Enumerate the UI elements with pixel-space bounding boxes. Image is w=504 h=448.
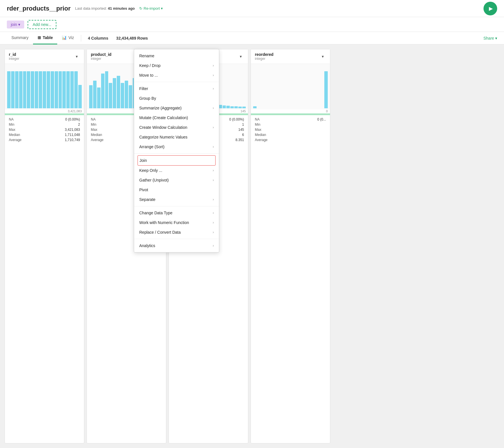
column-chart (5, 64, 84, 109)
menu-item-rename[interactable]: Rename (134, 51, 219, 61)
stat-row: Average (255, 137, 326, 142)
table-icon: ⊞ (38, 35, 41, 40)
chart-bar (47, 71, 50, 108)
menu-item-categorize-numeric-values[interactable]: Categorize Numeric Values (134, 132, 219, 142)
menu-item-label: Move to ... (139, 73, 158, 78)
menu-item-keep--drop[interactable]: Keep / Drop› (134, 61, 219, 70)
menu-item-create-window-calculation[interactable]: Create Window Calculation› (134, 123, 219, 132)
menu-item-label: Mutate (Create Calculation) (139, 115, 188, 120)
chart-bar (27, 71, 30, 108)
chart-bar (89, 85, 93, 108)
stat-label: Max (255, 128, 261, 132)
stat-label: Min (9, 123, 14, 127)
chart-bar (15, 71, 19, 108)
chart-bar (105, 71, 108, 108)
chart-bar (109, 83, 112, 108)
column-type: integer (9, 57, 19, 61)
share-button[interactable]: Share ▾ (483, 36, 497, 40)
main-content: r_idinteger▾3,421,083NA0 (0.00%)Min2Max3… (0, 44, 504, 448)
menu-divider (134, 82, 219, 82)
menu-item-label: Arrange (Sort) (139, 144, 165, 149)
menu-item-gather-unpivot[interactable]: Gather (Unpivot)› (134, 175, 219, 185)
stat-label: Average (91, 138, 103, 142)
tab-summary[interactable]: Summary (7, 32, 33, 44)
menu-item-filter[interactable]: Filter› (134, 84, 219, 93)
column-name: r_id (9, 52, 19, 57)
menu-item-group-by[interactable]: Group By (134, 93, 219, 103)
column-menu-button[interactable]: ▾ (237, 53, 244, 60)
menu-item-join[interactable]: Join (138, 155, 216, 166)
menu-item-work-with-numeric-function[interactable]: Work with Numeric Function› (134, 218, 219, 227)
play-button[interactable] (483, 2, 497, 15)
stat-value: 1,710,749 (65, 138, 80, 142)
stat-label: NA (255, 117, 260, 121)
column-type: integer (91, 57, 111, 61)
stat-label: Average (255, 138, 267, 142)
submenu-arrow: › (213, 211, 214, 215)
menu-item-pivot[interactable]: Pivot (134, 185, 219, 195)
menu-item-replace--convert-data[interactable]: Replace / Convert Data› (134, 227, 219, 237)
menu-item-label: Gather (Unpivot) (139, 178, 169, 182)
submenu-arrow: › (213, 87, 214, 91)
column-header-info: r_idinteger (9, 52, 19, 61)
menu-item-change-data-type[interactable]: Change Data Type› (134, 208, 219, 218)
tabbar: Summary ⊞ Table 📊 Viz 4 Columns 32,434,4… (0, 32, 504, 44)
stat-row: Min (255, 122, 326, 127)
chart-bar (43, 71, 46, 108)
chart-max-label: 0 (251, 109, 330, 113)
stat-value: 0 (0... (317, 117, 326, 121)
chart-bar (66, 71, 70, 108)
stat-value: 2 (78, 123, 80, 127)
chart-bar (97, 87, 101, 108)
reimport-button[interactable]: ↻ Re-import ▾ (139, 6, 163, 11)
columns-container: r_idinteger▾3,421,083NA0 (0.00%)Min2Max3… (0, 44, 504, 448)
menu-item-mutate-create-calculation[interactable]: Mutate (Create Calculation) (134, 113, 219, 123)
chart-max-label: 3,421,083 (5, 109, 84, 113)
menu-item-summarize-aggregate[interactable]: Summarize (Aggregate)› (134, 103, 219, 113)
stat-value: 1 (242, 123, 244, 127)
menu-item-separate[interactable]: Separate› (134, 195, 219, 204)
header: rder_products__prior Last data imported:… (0, 0, 504, 17)
chart-bar (121, 83, 124, 108)
column-menu-button[interactable]: ▾ (73, 53, 80, 60)
menu-item-analytics[interactable]: Analytics› (134, 241, 219, 251)
menu-item-label: Work with Numeric Function (139, 220, 189, 225)
column-stats: NA0 (0...MinMaxMedianAverage (251, 115, 330, 144)
column-chart (251, 64, 330, 109)
toolbar: join ▾ Add new... (0, 17, 504, 32)
menu-item-label: Categorize Numeric Values (139, 135, 187, 139)
menu-item-label: Join (140, 158, 147, 163)
column-header-info: reorderedinteger (255, 52, 273, 61)
stat-row: NA0 (0.00%) (9, 117, 80, 122)
stat-row: Max (255, 127, 326, 132)
chevron-down-icon: ▾ (161, 6, 163, 11)
chart-bar (35, 71, 38, 108)
menu-item-label: Replace / Convert Data (139, 230, 181, 235)
stat-value: 8.351 (235, 138, 244, 142)
column-stats: NA0 (0.00%)Min2Max3,421,083Median1,711,0… (5, 115, 84, 144)
join-button[interactable]: join ▾ (7, 21, 24, 28)
column-type: integer (255, 57, 273, 61)
add-new-button[interactable]: Add new... (28, 20, 56, 29)
submenu-arrow: › (213, 73, 214, 77)
menu-item-keep-only-[interactable]: Keep Only ...› (134, 166, 219, 175)
chevron-down-icon: ▾ (18, 22, 20, 27)
header-right (483, 2, 497, 15)
chart-bar (93, 81, 97, 109)
stat-row: Max3,421,083 (9, 127, 80, 132)
menu-item-arrange-sort[interactable]: Arrange (Sort)› (134, 142, 219, 152)
submenu-arrow: › (213, 244, 214, 248)
refresh-icon: ↻ (139, 6, 142, 11)
stat-label: NA (91, 117, 96, 121)
menu-item-label: Change Data Type (139, 211, 173, 215)
tab-viz[interactable]: 📊 Viz (57, 32, 78, 44)
tab-table[interactable]: ⊞ Table (33, 32, 58, 44)
chart-bar (70, 71, 74, 108)
column-menu-button[interactable]: ▾ (319, 53, 326, 60)
chart-bar (51, 71, 54, 108)
tab-stats: 4 Columns 32,434,489 Rows (88, 36, 155, 40)
menu-item-label: Rename (139, 54, 154, 58)
submenu-arrow: › (213, 230, 214, 234)
menu-item-move-to-[interactable]: Move to ...› (134, 70, 219, 80)
submenu-arrow: › (213, 106, 214, 110)
